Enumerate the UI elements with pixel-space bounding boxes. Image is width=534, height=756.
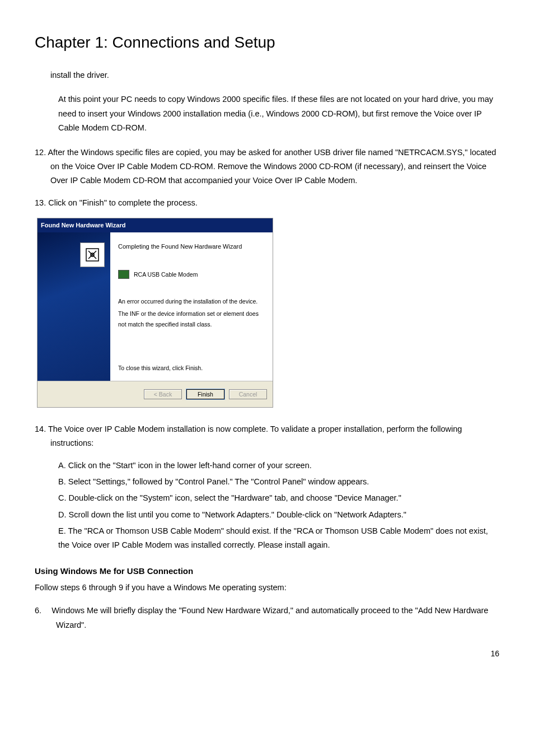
wizard-titlebar: Found New Hardware Wizard xyxy=(38,218,273,232)
list-item: 14. The Voice over IP Cable Modem instal… xyxy=(35,422,499,451)
back-button[interactable]: < Back xyxy=(144,389,182,399)
body-paragraph: install the driver. xyxy=(50,68,499,82)
list-content: Windows Me will briefly display the "Fou… xyxy=(51,606,488,629)
list-number: 6. xyxy=(35,606,41,615)
page-number: 16 xyxy=(35,649,499,658)
list-content: Click on "Finish" to complete the proces… xyxy=(48,198,198,207)
list-number: 12. xyxy=(35,148,46,157)
body-paragraph: At this point your PC needs to copy Wind… xyxy=(58,92,499,135)
sub-step: B. Select "Settings," followed by "Contr… xyxy=(58,475,499,489)
finish-button[interactable]: Finish xyxy=(186,389,224,399)
wizard-error-text: The INF or the device information set or… xyxy=(118,309,265,329)
wizard-error-text: An error occurred during the installatio… xyxy=(118,296,265,306)
cancel-button[interactable]: Cancel xyxy=(229,389,267,399)
wizard-close-hint: To close this wizard, click Finish. xyxy=(118,363,265,373)
wizard-dialog: Found New Hardware Wizard Completing the… xyxy=(37,218,273,408)
list-item: 6. Windows Me will briefly display the "… xyxy=(35,604,499,632)
sub-step: E. The "RCA or Thomson USB Cable Modem" … xyxy=(58,524,499,553)
chapter-title: Chapter 1: Connections and Setup xyxy=(35,34,499,52)
sub-step: D. Scroll down the list until you come t… xyxy=(58,508,499,522)
wizard-heading: Completing the Found New Hardware Wizard xyxy=(118,241,265,252)
list-number: 13. xyxy=(35,198,46,207)
wizard-device-name: RCA USB Cable Modem xyxy=(134,269,198,279)
list-item: 12. After the Windows specific files are… xyxy=(35,146,499,188)
sub-step: A. Click on the "Start" icon in the lowe… xyxy=(58,459,499,473)
hardware-icon xyxy=(80,242,105,267)
sub-step: C. Double-click on the "System" icon, se… xyxy=(58,491,499,505)
section-heading: Using Windows Me for USB Connection xyxy=(35,564,499,578)
device-icon xyxy=(118,270,129,279)
list-item: 13. Click on "Finish" to complete the pr… xyxy=(35,196,499,210)
wizard-side-graphic xyxy=(38,232,110,381)
list-content: After the Windows specific files are cop… xyxy=(48,148,496,185)
list-content: The Voice over IP Cable Modem installati… xyxy=(48,424,462,447)
section-subtext: Follow steps 6 through 9 if you have a W… xyxy=(35,581,499,595)
list-number: 14. xyxy=(35,424,46,433)
